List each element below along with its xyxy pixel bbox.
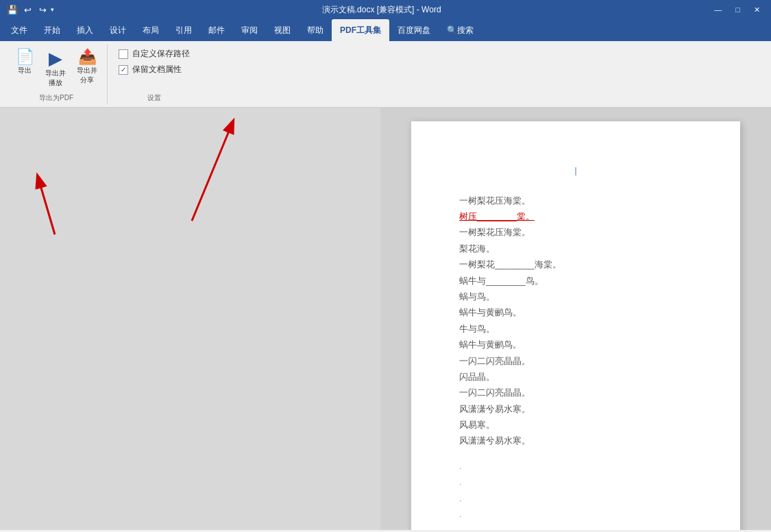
page-cursor: | — [459, 162, 692, 179]
tab-mail[interactable]: 邮件 — [200, 19, 233, 41]
doc-dot-3: · — [459, 492, 692, 508]
doc-line-7: 蜗与鸟。 — [459, 289, 692, 304]
export-pdf-icon: 📄 — [16, 49, 34, 64]
doc-line-5: 一树梨花________海棠。 — [459, 256, 692, 272]
tab-file[interactable]: 文件 — [3, 19, 36, 41]
tab-baidu-pan[interactable]: 百度网盘 — [389, 19, 439, 41]
doc-dot-5: · — [459, 524, 692, 530]
export-share-button[interactable]: 📤 导出并分享 — [73, 47, 101, 88]
export-group: 📄 导出 ▶ 导出并播放 📤 导出并分享 导出为PDF — [5, 44, 108, 104]
doc-line-4: 梨花海。 — [459, 241, 692, 256]
quick-access-dropdown[interactable]: ▾ — [51, 6, 54, 13]
document-page: | 一树梨花压海棠。 树压________棠。 一树梨花压海棠。 梨花海。 一树… — [411, 121, 740, 530]
close-button[interactable]: ✕ — [748, 4, 766, 16]
title-bar: 💾 ↩ ↪ ▾ 演示文稿.docx [兼容模式] - Word — □ ✕ — [0, 0, 771, 19]
custom-path-label: 自定义保存路径 — [132, 48, 190, 60]
minimize-button[interactable]: — — [709, 4, 727, 16]
export-share-icon: 📤 — [78, 49, 97, 64]
tab-insert[interactable]: 插入 — [69, 19, 101, 41]
doc-line-15: 风易寒。 — [459, 417, 692, 433]
document-area: | 一树梨花压海棠。 树压________棠。 一树梨花压海棠。 梨花海。 一树… — [380, 108, 771, 530]
main-area: | 一树梨花压海棠。 树压________棠。 一树梨花压海棠。 梨花海。 一树… — [0, 108, 771, 530]
doc-line-1: 一树梨花压海棠。 — [459, 193, 692, 208]
doc-dot-2: · — [459, 476, 692, 492]
custom-path-checkbox[interactable] — [119, 49, 128, 59]
quick-access-toolbar: 💾 ↩ ↪ ▾ — [5, 3, 54, 16]
save-icon[interactable]: 💾 — [5, 3, 19, 16]
export-share-label: 导出并分享 — [77, 66, 97, 85]
doc-dot-4: · — [459, 508, 692, 524]
tab-start[interactable]: 开始 — [36, 19, 69, 41]
left-panel — [0, 108, 380, 530]
custom-path-option[interactable]: 自定义保存路径 — [119, 47, 190, 61]
settings-group: 自定义保存路径 保留文档属性 设置 — [113, 44, 195, 104]
doc-line-10: 蜗牛与黄鹂鸟。 — [459, 337, 692, 352]
tab-pdf-tools[interactable]: PDF工具集 — [332, 19, 389, 41]
doc-line-9: 牛与鸟。 — [459, 321, 692, 337]
doc-dot-1: · — [459, 460, 692, 476]
doc-line-3: 一树梨花压海棠。 — [459, 224, 692, 240]
doc-line-8: 蜗牛与黄鹂鸟。 — [459, 304, 692, 320]
tab-review[interactable]: 审阅 — [233, 19, 266, 41]
window-controls: — □ ✕ — [709, 4, 766, 16]
export-play-icon: ▶ — [49, 49, 62, 67]
export-group-content: 📄 导出 ▶ 导出并播放 📤 导出并分享 — [11, 47, 101, 90]
tab-view[interactable]: 视图 — [266, 19, 299, 41]
doc-line-16: 风潇潇兮易水寒。 — [459, 433, 692, 448]
settings-group-label: 设置 — [119, 93, 190, 103]
redo-icon[interactable]: ↪ — [36, 3, 49, 16]
settings-group-content: 自定义保存路径 保留文档属性 — [119, 47, 190, 90]
export-play-button[interactable]: ▶ 导出并播放 — [41, 47, 70, 90]
tab-help[interactable]: 帮助 — [299, 19, 332, 41]
undo-icon[interactable]: ↩ — [21, 3, 34, 16]
doc-line-13: 一闪二闪亮晶晶。 — [459, 385, 692, 400]
settings-dropdown-panel: 自定义保存路径 保留文档属性 — [119, 47, 190, 77]
export-group-label: 导出为PDF — [11, 93, 101, 103]
doc-line-12: 闪品晶。 — [459, 369, 692, 385]
title-bar-left: 💾 ↩ ↪ ▾ — [5, 3, 54, 16]
tab-layout[interactable]: 布局 — [134, 19, 167, 41]
doc-line-11: 一闪二闪亮晶晶。 — [459, 353, 692, 369]
tab-reference[interactable]: 引用 — [167, 19, 200, 41]
export-play-label: 导出并播放 — [45, 69, 66, 88]
doc-line-14: 风潇潇兮易水寒。 — [459, 401, 692, 417]
maximize-button[interactable]: □ — [730, 4, 746, 16]
keep-properties-label: 保留文档属性 — [132, 64, 182, 75]
search-icon: 🔍 — [447, 25, 457, 35]
tab-design[interactable]: 设计 — [101, 19, 134, 41]
doc-line-6: 蜗牛与________鸟。 — [459, 273, 692, 289]
export-pdf-button[interactable]: 📄 导出 — [11, 47, 38, 78]
ribbon: 文件 开始 插入 设计 布局 引用 邮件 审阅 视图 帮助 PDF工具集 百度网… — [0, 19, 771, 41]
tab-search[interactable]: 🔍搜索 — [439, 19, 482, 41]
export-pdf-label: 导出 — [18, 66, 32, 75]
ribbon-content: 📄 导出 ▶ 导出并播放 📤 导出并分享 导出为PDF 自定义保存路径 — [0, 41, 771, 108]
doc-line-2: 树压________棠。 — [459, 208, 692, 224]
keep-properties-checkbox[interactable] — [119, 65, 128, 75]
ribbon-tab-bar: 文件 开始 插入 设计 布局 引用 邮件 审阅 视图 帮助 PDF工具集 百度网… — [0, 19, 771, 41]
window-title: 演示文稿.docx [兼容模式] - Word — [322, 4, 441, 16]
doc-dots-section: · · · · · — [459, 460, 692, 530]
keep-properties-option[interactable]: 保留文档属性 — [119, 62, 190, 77]
